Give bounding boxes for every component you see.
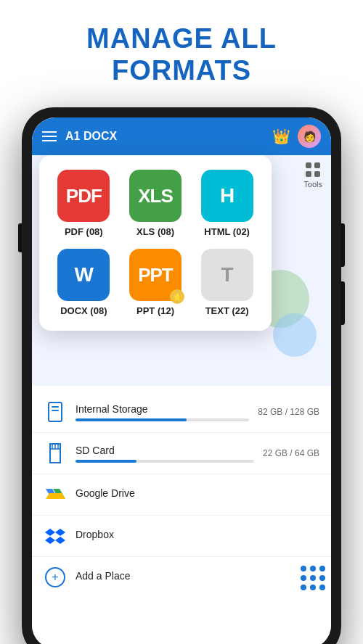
hamburger-icon[interactable]: [42, 131, 57, 141]
dropbox-icon: [44, 524, 67, 548]
dropbox-info: Dropbox: [76, 529, 319, 544]
tools-button[interactable]: Tools: [299, 158, 327, 193]
docx-label: DOCX (08): [60, 305, 107, 316]
svg-rect-1: [52, 406, 59, 408]
storage-item-sdcard[interactable]: SD Card 22 GB / 64 GB: [32, 433, 331, 474]
internal-storage-name: Internal Storage: [76, 403, 249, 415]
pdf-icon: PDF: [57, 170, 110, 222]
pdf-label: PDF (08): [65, 226, 103, 237]
svg-marker-9: [45, 537, 65, 544]
volume-button: [341, 281, 345, 325]
internal-storage-info: Internal Storage: [76, 403, 249, 421]
format-item-ppt[interactable]: PPT ⭐ PPT (12): [123, 249, 189, 316]
sdcard-size: 22 GB / 64 GB: [263, 448, 319, 458]
sdcard-storage-info: SD Card: [76, 445, 254, 463]
format-item-pdf[interactable]: PDF PDF (08): [51, 170, 117, 237]
gdrive-info: Google Drive: [76, 487, 319, 503]
gdrive-icon: [44, 483, 67, 506]
format-item-html[interactable]: H HTML (02): [194, 170, 260, 237]
bg-decor-blue: [273, 313, 317, 357]
svg-rect-0: [49, 402, 62, 421]
storage-item-dropbox[interactable]: Dropbox: [32, 516, 331, 557]
sdcard-icon: [44, 442, 67, 465]
storage-item-addplace[interactable]: + Add a Place: [32, 557, 331, 598]
app-bar: A1 DOCX 👑 🧑: [32, 117, 331, 155]
add-icon: +: [45, 567, 65, 587]
format-grid: PDF PDF (08) XLS XLS (08) H HTML (02) W …: [51, 170, 260, 316]
storage-item-internal[interactable]: Internal Storage 82 GB / 128 GB: [32, 392, 331, 433]
phone-frame: A1 DOCX 👑 🧑 Tools: [22, 107, 341, 644]
avatar[interactable]: 🧑: [298, 125, 321, 148]
xls-label: XLS (08): [136, 226, 174, 237]
ppt-badge: ⭐: [170, 289, 184, 304]
txt-icon: T: [201, 249, 253, 301]
tools-label: Tools: [303, 180, 322, 189]
dropbox-name: Dropbox: [76, 529, 319, 540]
internal-storage-icon: [44, 400, 67, 424]
tools-icon: [306, 162, 320, 177]
headline-line2: FORMATS: [0, 55, 363, 87]
html-label: HTML (02): [204, 226, 250, 237]
headline-line1: MANAGE ALL: [0, 23, 363, 55]
svg-marker-8: [55, 529, 65, 536]
format-popup: PDF PDF (08) XLS XLS (08) H HTML (02) W …: [39, 155, 272, 331]
internal-storage-size: 82 GB / 128 GB: [258, 407, 319, 417]
txt-label: TEXT (22): [205, 305, 249, 316]
side-button-left: [18, 223, 22, 252]
format-item-txt[interactable]: T TEXT (22): [194, 249, 260, 316]
format-item-xls[interactable]: XLS XLS (08): [123, 170, 189, 237]
app-bar-title: A1 DOCX: [65, 130, 272, 143]
svg-marker-7: [45, 529, 55, 536]
internal-storage-bar: [76, 418, 249, 421]
addplace-info: Add a Place: [76, 570, 319, 585]
storage-list: Internal Storage 82 GB / 128 GB: [32, 386, 331, 644]
html-icon: H: [201, 170, 253, 222]
xls-icon: XLS: [129, 170, 182, 222]
dots-decoration: [301, 566, 325, 590]
format-item-docx[interactable]: W DOCX (08): [51, 249, 117, 316]
ppt-label: PPT (12): [136, 305, 174, 316]
svg-rect-2: [52, 410, 59, 411]
page-title: MANAGE ALL FORMATS: [0, 0, 363, 104]
phone-body: A1 DOCX 👑 🧑 Tools: [22, 107, 341, 644]
phone-screen: A1 DOCX 👑 🧑 Tools: [32, 117, 331, 644]
docx-icon: W: [57, 249, 110, 301]
internal-bar-fill: [76, 418, 187, 421]
power-button: [341, 223, 345, 267]
avatar-image: 🧑: [303, 131, 316, 142]
gdrive-name: Google Drive: [76, 487, 319, 499]
sdcard-name: SD Card: [76, 445, 254, 456]
crown-icon: 👑: [272, 128, 290, 145]
addplace-name: Add a Place: [76, 570, 319, 582]
sdcard-bar: [76, 460, 254, 463]
sdcard-bar-fill: [76, 460, 136, 463]
add-place-icon: +: [44, 566, 67, 589]
storage-item-gdrive[interactable]: Google Drive: [32, 474, 331, 516]
